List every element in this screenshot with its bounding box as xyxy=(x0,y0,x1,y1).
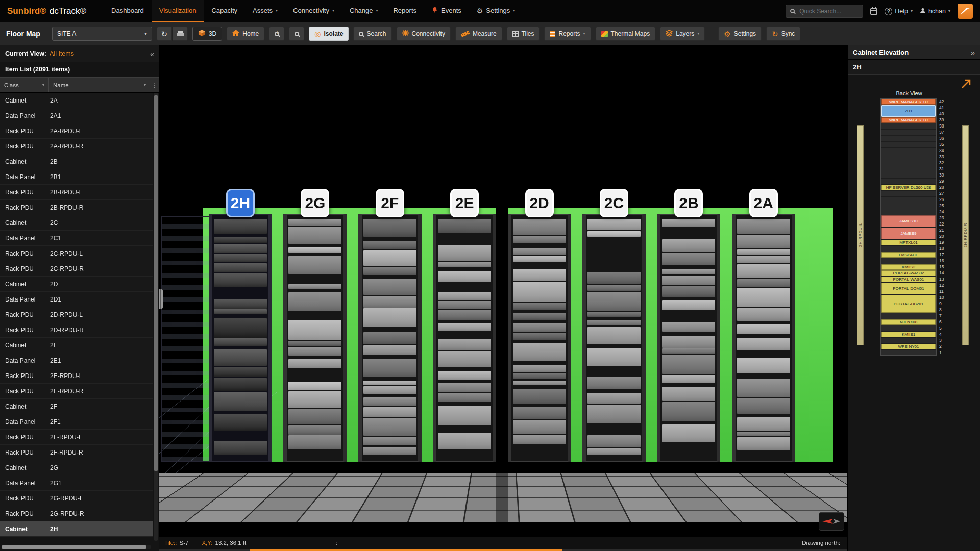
elevation-item[interactable]: WIRE MANAGER 1U xyxy=(881,117,936,123)
table-row[interactable]: Cabinet2D xyxy=(0,277,153,292)
user-menu[interactable]: hchan ▾ xyxy=(920,8,950,15)
help-menu[interactable]: ? Help ▾ xyxy=(885,8,913,15)
scrollbar-thumb[interactable] xyxy=(154,95,158,471)
elevation-item[interactable]: KMIIS2 xyxy=(881,264,936,270)
table-row[interactable]: Data Panel2E1 xyxy=(0,353,153,368)
pan-arrow-icon[interactable] xyxy=(961,78,972,91)
elevation-item[interactable]: HP SERVER DL360 U28 xyxy=(881,185,936,190)
sidebar-resize-handle[interactable] xyxy=(159,289,163,309)
table-row[interactable]: Cabinet2G xyxy=(0,460,153,475)
nav-settings[interactable]: ⚙ Settings ▾ xyxy=(469,0,523,22)
table-row[interactable]: Rack PDU2G-RPDU-L xyxy=(0,491,153,506)
calendar-icon[interactable] xyxy=(870,8,877,15)
table-row[interactable]: Data Panel2A1 xyxy=(0,108,153,123)
cabinet-3d-2H[interactable] xyxy=(209,214,272,462)
vertical-scrollbar[interactable] xyxy=(154,93,158,541)
table-row[interactable]: Rack PDU2E-RPDU-R xyxy=(0,384,153,399)
elevation-item[interactable]: NJLNX08 xyxy=(881,319,936,325)
rack-pdu-left[interactable]: 2H-RPDU-L xyxy=(857,125,864,345)
table-row[interactable]: Data Panel2C1 xyxy=(0,231,153,246)
column-header-name[interactable]: Name ▾ xyxy=(49,78,150,92)
nav-capacity[interactable]: Capacity xyxy=(204,0,245,22)
elevation-item[interactable]: PORTAL-DB201 xyxy=(881,295,936,313)
table-row[interactable]: Cabinet2E xyxy=(0,338,153,353)
table-row[interactable]: Data Panel2B1 xyxy=(0,169,153,185)
mode-3d-button[interactable]: 3D xyxy=(192,27,222,41)
cabinet-label-2G[interactable]: 2G xyxy=(301,189,329,217)
elevation-item[interactable]: PORTAL-DOM01 xyxy=(881,283,936,294)
thermal-maps-button[interactable]: Thermal Maps xyxy=(596,27,656,41)
cabinet-3d-2F[interactable] xyxy=(358,214,422,462)
elevation-item[interactable]: FMSPACE xyxy=(881,252,936,258)
sidebar-horizontal-scrollbar[interactable] xyxy=(2,545,151,549)
table-row[interactable]: Cabinet2H xyxy=(0,521,153,537)
brand-logo[interactable]: Sunbird® dcTrack® xyxy=(7,6,86,16)
list-menu-button[interactable]: ⋮ xyxy=(150,78,159,92)
table-row[interactable]: Rack PDU2D-RPDU-R xyxy=(0,322,153,338)
layers-button[interactable]: Layers ▾ xyxy=(660,27,705,41)
cabinet-3d-2G[interactable] xyxy=(283,214,347,462)
nav-events[interactable]: Events xyxy=(424,0,469,22)
sync-button[interactable]: ↻ Sync xyxy=(766,27,800,41)
refresh-button[interactable]: ↻ xyxy=(157,27,172,41)
expand-panel-button[interactable]: » xyxy=(971,48,975,57)
cabinet-3d-2D[interactable] xyxy=(508,214,571,462)
cabinet-label-2C[interactable]: 2C xyxy=(600,189,628,217)
table-row[interactable]: Rack PDU2F-RPDU-R xyxy=(0,445,153,460)
elevation-item[interactable]: JAMES9 xyxy=(881,228,936,239)
search-button[interactable]: Search xyxy=(353,27,391,41)
scrollbar-thumb[interactable] xyxy=(2,545,146,549)
table-row[interactable]: Rack PDU2A-RPDU-L xyxy=(0,123,153,139)
avatar[interactable] xyxy=(958,4,973,19)
rack-pdu-right[interactable]: 2H-RPDU-R xyxy=(962,125,969,345)
nav-connectivity[interactable]: Connectivity▾ xyxy=(285,0,342,22)
table-row[interactable]: Data Panel2G1 xyxy=(0,475,153,491)
cabinet-label-2E[interactable]: 2E xyxy=(450,189,479,217)
table-row[interactable]: Cabinet2F xyxy=(0,399,153,414)
reports-button[interactable]: Reports ▾ xyxy=(544,27,591,41)
cabinet-label-2F[interactable]: 2F xyxy=(376,189,404,217)
elevation-item[interactable]: JAMES10 xyxy=(881,215,936,227)
cabinet-3d-2B[interactable] xyxy=(657,214,720,462)
table-row[interactable]: Rack PDU2F-RPDU-L xyxy=(0,430,153,445)
elevation-item[interactable]: KMIIS1 xyxy=(881,332,936,337)
table-row[interactable]: Rack PDU2D-RPDU-L xyxy=(0,307,153,322)
zoom-in-button[interactable]: + xyxy=(269,27,284,41)
elevation-item[interactable]: PORTAL-WAS01 xyxy=(881,277,936,282)
table-row[interactable]: Cabinet2C xyxy=(0,215,153,231)
elevation-item[interactable]: 2H1 xyxy=(881,105,936,117)
elevation-item[interactable]: WIRE MANAGER 1U xyxy=(881,99,936,105)
measure-button[interactable]: Measure xyxy=(455,27,502,41)
cabinet-label-2D[interactable]: 2D xyxy=(525,189,554,217)
table-row[interactable]: Rack PDU2C-RPDU-R xyxy=(0,261,153,277)
home-button[interactable]: Home xyxy=(227,27,264,41)
horizontal-scrollbar[interactable] xyxy=(159,549,847,551)
table-row[interactable]: Data Panel2D1 xyxy=(0,292,153,307)
current-view-value[interactable]: All Items xyxy=(50,50,74,57)
floor-map-canvas[interactable]: 2H2G2F2E2D2C2B2A Tile:: S-7 X,Y: 13.2, 3… xyxy=(159,45,847,551)
connectivity-button[interactable]: Connectivity xyxy=(397,27,451,41)
site-selector[interactable]: SITE A ▾ xyxy=(52,27,152,41)
nav-change[interactable]: Change▾ xyxy=(342,0,386,22)
cabinet-label-2H[interactable]: 2H xyxy=(226,189,255,217)
nav-assets[interactable]: Assets▾ xyxy=(245,0,285,22)
table-row[interactable]: Data Panel2F1 xyxy=(0,414,153,430)
scrollbar-thumb[interactable] xyxy=(250,549,562,551)
table-row[interactable]: Cabinet2A xyxy=(0,93,153,108)
zoom-out-button[interactable]: − xyxy=(289,27,304,41)
elevation-item[interactable]: PORTAL-WAS02 xyxy=(881,270,936,276)
nav-dashboard[interactable]: Dashboard xyxy=(104,0,152,22)
nav-visualization[interactable]: Visualization xyxy=(152,0,204,22)
cabinet-3d-2A[interactable] xyxy=(732,214,795,462)
collapse-sidebar-button[interactable]: « xyxy=(150,49,154,58)
cabinet-3d-2C[interactable] xyxy=(582,214,646,462)
print-button[interactable] xyxy=(173,27,188,41)
table-row[interactable]: Rack PDU2B-RPDU-R xyxy=(0,200,153,215)
nav-reports[interactable]: Reports xyxy=(385,0,424,22)
elevation-item[interactable]: MPTXL01 xyxy=(881,240,936,245)
table-row[interactable]: Rack PDU2G-RPDU-R xyxy=(0,506,153,521)
table-row[interactable]: Cabinet2B xyxy=(0,154,153,169)
table-row[interactable]: Rack PDU2B-RPDU-L xyxy=(0,185,153,200)
cabinet-3d-2E[interactable] xyxy=(433,214,496,462)
search-input[interactable] xyxy=(799,8,860,15)
